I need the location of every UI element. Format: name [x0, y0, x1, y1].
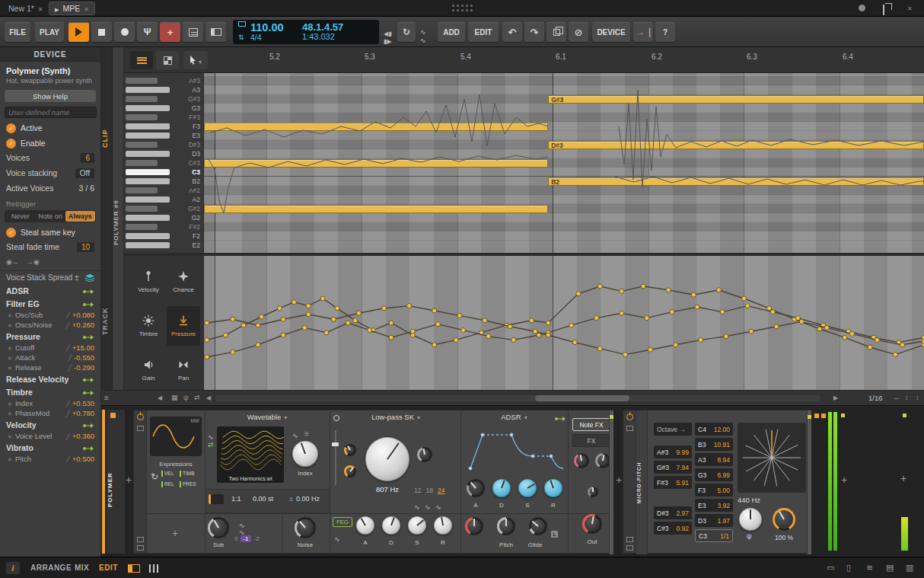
detune-st-value[interactable]: 0.00 st	[253, 495, 273, 503]
pressure-point[interactable]	[849, 331, 854, 336]
note-fx-tab[interactable]: Note FX	[572, 418, 610, 431]
retrigger-always[interactable]: Always	[65, 211, 95, 222]
help-button[interactable]: ?	[655, 22, 675, 42]
pressure-point[interactable]	[256, 323, 260, 327]
pressure-point[interactable]	[666, 288, 671, 292]
device-select-marker[interactable]	[808, 415, 811, 419]
stop-button[interactable]	[91, 22, 112, 42]
voices-row[interactable]: Voices6	[6, 152, 94, 164]
mod-target-release[interactable]: Release-0.290	[0, 362, 100, 372]
pressure-point[interactable]	[302, 325, 307, 330]
transport-display[interactable]: 110.00 4/4 48.1.4.57 1:43.032	[233, 20, 379, 44]
expression-timbre-button[interactable]: Timbre	[132, 306, 165, 346]
mod-target-phasemod[interactable]: PhaseMod+0.780	[0, 408, 100, 418]
pressure-point[interactable]	[537, 333, 541, 337]
mod-target-osc-sub[interactable]: Osc/Sub+0.080	[0, 310, 100, 320]
remote-controls-icon[interactable]	[626, 426, 633, 431]
pressure-point[interactable]	[597, 284, 602, 289]
pressure-point[interactable]	[320, 296, 325, 301]
time-signature-display[interactable]: 4/4	[250, 34, 295, 42]
micro-pitch-device[interactable]: MICRO-PITCH Octave →C412.00B310.91A38.94…	[623, 410, 811, 554]
filter-env-amount-knob[interactable]	[344, 444, 356, 456]
steal-fade-value[interactable]: 10	[77, 242, 94, 252]
pressure-point[interactable]	[353, 318, 358, 323]
view-mix[interactable]: MIX	[75, 564, 89, 572]
pressure-point[interactable]	[724, 334, 728, 339]
timeline-ruler[interactable]: 5.25.35.46.16.26.36.4	[204, 47, 924, 73]
cutoff-knob[interactable]	[365, 437, 409, 481]
remove-target-icon[interactable]	[8, 321, 15, 329]
expression-pan-button[interactable]: Pan	[167, 350, 200, 390]
pressure-point[interactable]	[454, 337, 458, 342]
grid-resolution[interactable]: 1/16	[868, 394, 883, 402]
pressure-point[interactable]	[742, 296, 747, 301]
clip-launcher-record-button[interactable]	[183, 22, 203, 42]
mpe-icon[interactable]	[183, 394, 188, 401]
modulator-velocity[interactable]: Velocity	[0, 418, 100, 431]
mod-target-attack[interactable]: Attack-0.550	[0, 353, 100, 362]
ratio-value[interactable]: 1:1	[231, 495, 241, 503]
filter-power-icon[interactable]	[333, 415, 339, 421]
piano-key-c3[interactable]: C3	[124, 168, 204, 177]
index-knob[interactable]	[292, 441, 318, 467]
pressure-point[interactable]	[281, 317, 285, 321]
expression-pressure-button[interactable]: Pressure	[167, 306, 200, 346]
slope-24[interactable]: 24	[438, 487, 444, 494]
mod-sources-icon[interactable]	[6, 258, 19, 266]
pressure-point[interactable]	[645, 316, 649, 321]
mod-target-oscs-noise[interactable]: Oscs/Noise+0.260	[0, 320, 100, 330]
pressure-point[interactable]	[569, 323, 574, 327]
dual-display-button[interactable]	[206, 22, 226, 42]
pressure-point[interactable]	[389, 321, 393, 325]
pressure-point[interactable]	[648, 347, 653, 352]
piano-key-f-2[interactable]: F#2	[124, 222, 204, 232]
scroll-left-icon[interactable]	[206, 394, 211, 401]
env-decay-knob[interactable]	[492, 479, 511, 497]
remove-target-icon[interactable]	[8, 311, 15, 319]
power-icon[interactable]	[137, 414, 144, 420]
pitch-knob[interactable]	[497, 517, 515, 535]
pressure-point[interactable]	[457, 313, 462, 318]
piano-key-c-3[interactable]: C#3	[124, 158, 204, 168]
pressure-point[interactable]	[641, 284, 645, 289]
modulator-adsr[interactable]: ADSR	[0, 284, 100, 297]
play-button[interactable]	[69, 22, 89, 42]
pressure-point[interactable]	[508, 324, 512, 329]
horizontal-scrollbar[interactable]	[215, 395, 820, 401]
info-button[interactable]: i	[6, 562, 20, 574]
add-device-end-button[interactable]	[841, 473, 847, 487]
close-icon[interactable]	[38, 4, 43, 13]
env-attack-knob[interactable]	[467, 479, 485, 497]
pressure-point[interactable]	[205, 337, 209, 342]
record-button[interactable]	[114, 22, 135, 42]
expand-icon[interactable]	[626, 537, 633, 542]
keytrack-icon[interactable]	[292, 427, 298, 441]
pressure-point[interactable]	[533, 329, 537, 334]
piano-key-e3[interactable]: E3	[124, 131, 204, 140]
wavetable-visual[interactable]: Two Harmonics.wt	[217, 426, 284, 483]
collapse-left-icon[interactable]	[158, 394, 162, 401]
add-modulator-button[interactable]	[172, 526, 178, 540]
modulator-voice-stack-spread[interactable]: Voice Stack Spread ±	[0, 271, 100, 284]
tuning-star-display[interactable]	[738, 423, 806, 493]
pressure-point[interactable]	[223, 333, 228, 337]
overdub-button[interactable]	[160, 22, 180, 42]
piano-key-a3[interactable]: A3	[124, 85, 204, 94]
power-icon[interactable]	[626, 414, 633, 420]
pressure-point[interactable]	[594, 316, 599, 321]
piano-key-g3[interactable]: G3	[124, 104, 204, 113]
steal-same-key-toggle[interactable]: Steal same key	[6, 227, 94, 238]
spread-knob[interactable]	[574, 453, 589, 468]
play-menu-button[interactable]: PLAY	[35, 22, 64, 42]
remove-target-icon[interactable]	[8, 432, 15, 440]
spectrum-icon[interactable]	[304, 426, 309, 439]
pressure-point[interactable]	[486, 334, 491, 339]
remove-target-icon[interactable]	[8, 353, 15, 362]
pressure-point[interactable]	[695, 305, 699, 309]
pressure-point[interactable]	[767, 306, 772, 311]
steal-fade-row[interactable]: Steal fade time10	[6, 241, 94, 253]
zoom-vertical-icon[interactable]	[905, 394, 909, 401]
detune-hz-value[interactable]: 0.00 Hz	[296, 495, 320, 503]
timbre-expression-chip[interactable]: TIMB	[180, 471, 195, 477]
pressure-point[interactable]	[546, 333, 550, 337]
